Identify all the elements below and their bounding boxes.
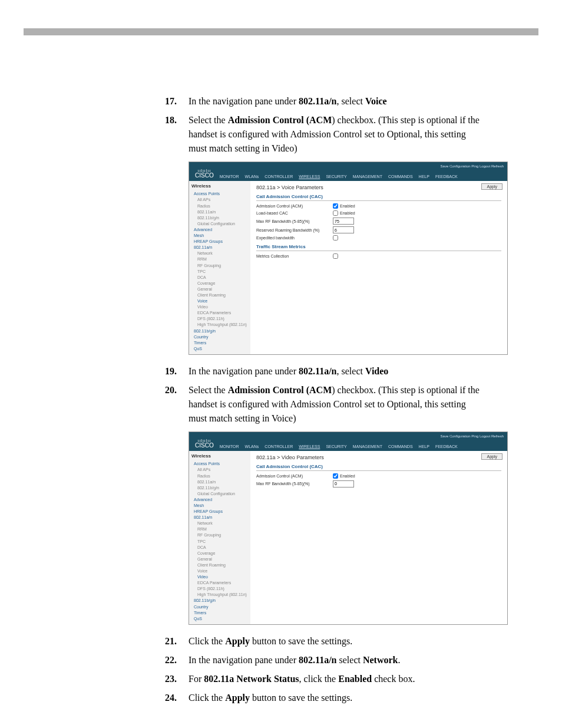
menu-item[interactable]: SECURITY: [326, 174, 346, 179]
tsm-section: Traffic Stream Metrics: [256, 244, 501, 251]
step-22: 22. In the navigation pane under 802.11a…: [165, 653, 485, 667]
maxrf-input[interactable]: [333, 218, 354, 225]
page-title: 802.11a > Voice Parameters: [256, 185, 501, 190]
step-num: 24.: [165, 691, 189, 705]
menu-item[interactable]: WLANs: [245, 444, 259, 449]
step-20: 20. Select the Admission Control (ACM) c…: [165, 383, 485, 426]
metrics-checkbox[interactable]: [333, 253, 338, 259]
page-header-bar: [24, 28, 538, 35]
main-menu: MONITOR WLANs CONTROLLER WIRELESS SECURI…: [220, 444, 458, 451]
menu-item[interactable]: FEEDBACK: [435, 444, 458, 449]
step-18: 18. Select the Admission Control (ACM) c…: [165, 113, 485, 156]
menu-item[interactable]: COMMANDS: [388, 174, 413, 179]
menu-item[interactable]: WIRELESS: [299, 444, 320, 449]
menu-item[interactable]: CONTROLLER: [265, 174, 293, 179]
step-19: 19. In the navigation pane under 802.11a…: [165, 364, 485, 378]
cisco-video-screenshot: Save Configuration Ping Logout Refresh ı…: [189, 431, 508, 625]
load-cac-checkbox[interactable]: [333, 210, 338, 216]
menu-item[interactable]: SECURITY: [326, 444, 346, 449]
step-num: 21.: [165, 634, 189, 648]
main-panel: Apply 802.11a > Video Parameters Call Ad…: [250, 451, 507, 624]
apply-button[interactable]: Apply: [481, 183, 503, 190]
acm-checkbox[interactable]: [333, 473, 338, 479]
sidebar: Wireless Access Points All APs Radios 80…: [189, 181, 250, 354]
step-num: 20.: [165, 383, 189, 426]
cisco-logo: ıılıılııCISCO: [189, 436, 220, 451]
menu-item[interactable]: HELP: [419, 174, 429, 179]
apply-button[interactable]: Apply: [481, 453, 503, 460]
maxrf-input[interactable]: [333, 480, 354, 487]
cisco-voice-screenshot: Save Configuration Ping Logout Refresh ı…: [189, 162, 508, 355]
step-num: 23.: [165, 672, 189, 686]
step-num: 17.: [165, 94, 189, 108]
expedited-checkbox[interactable]: [333, 235, 338, 241]
menu-item[interactable]: WIRELESS: [299, 174, 320, 179]
cisco-logo: ıılıılııCISCO: [189, 166, 220, 181]
menu-item[interactable]: MONITOR: [220, 174, 239, 179]
menu-item[interactable]: WLANs: [245, 174, 259, 179]
acm-checkbox[interactable]: [333, 203, 338, 209]
step-num: 18.: [165, 113, 189, 156]
top-links[interactable]: Save Configuration Ping Logout Refresh: [441, 164, 504, 168]
menu-item[interactable]: HELP: [419, 444, 429, 449]
step-num: 19.: [165, 364, 189, 378]
step-24: 24. Click the Apply button to save the s…: [165, 691, 485, 705]
roam-input[interactable]: [333, 226, 354, 233]
menu-item[interactable]: MANAGEMENT: [353, 444, 382, 449]
top-links[interactable]: Save Configuration Ping Logout Refresh: [441, 434, 504, 438]
menu-item[interactable]: FEEDBACK: [435, 174, 458, 179]
step-num: 22.: [165, 653, 189, 667]
cac-section: Call Admission Control (CAC): [256, 194, 501, 201]
menu-item[interactable]: MANAGEMENT: [353, 174, 382, 179]
step-23: 23. For 802.11a Network Status, click th…: [165, 672, 485, 686]
sidebar: Wireless Access Points All APs Radios 80…: [189, 451, 250, 624]
main-panel: Apply 802.11a > Voice Parameters Call Ad…: [250, 181, 507, 354]
step-21: 21. Click the Apply button to save the s…: [165, 634, 485, 648]
menu-item[interactable]: MONITOR: [220, 444, 239, 449]
menu-item[interactable]: COMMANDS: [388, 444, 413, 449]
main-menu: MONITOR WLANs CONTROLLER WIRELESS SECURI…: [220, 174, 458, 181]
cac-section: Call Admission Control (CAC): [256, 464, 501, 471]
step-17: 17. In the navigation pane under 802.11a…: [165, 94, 485, 108]
page-title: 802.11a > Video Parameters: [256, 454, 501, 460]
menu-item[interactable]: CONTROLLER: [265, 444, 293, 449]
